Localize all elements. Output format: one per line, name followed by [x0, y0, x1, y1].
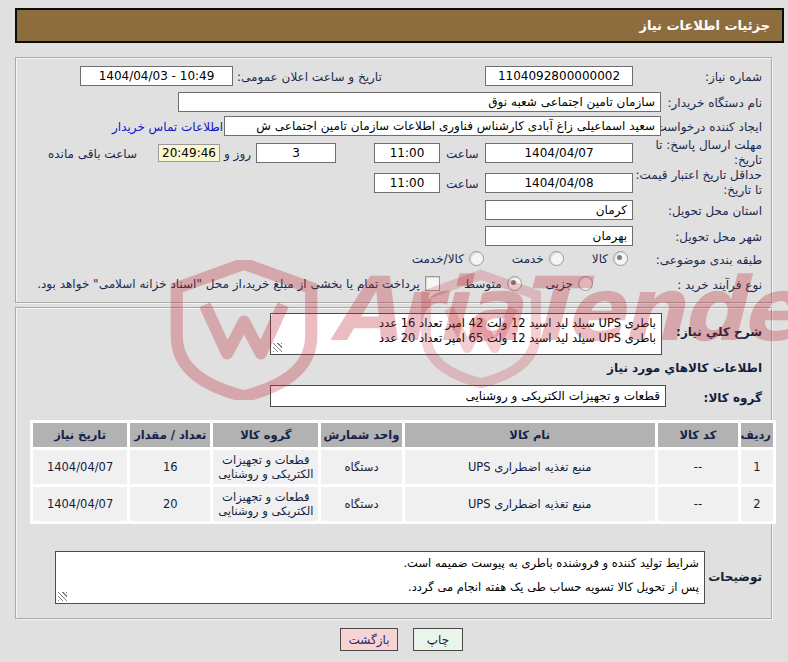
countdown-box: 20:49:46 — [158, 144, 220, 162]
classification-options: کالا خدمت کالا/خدمت — [412, 251, 628, 266]
cell-need-date: 1404/04/07 — [33, 450, 127, 484]
cell-item-code: -- — [658, 450, 738, 484]
cell-unit: دستگاه — [321, 450, 401, 484]
col-header-quantity: تعداد / مقدار — [130, 423, 210, 447]
buyer-org-label: نام دستگاه خریدار: — [668, 96, 763, 110]
reply-deadline-time-input[interactable]: 11:00 — [374, 143, 440, 163]
need-description-line: باطری UPS سیلد لید اسید 12 ولت 42 امپر ت… — [276, 316, 656, 331]
buyer-notes-textarea[interactable]: شرایط تولید کننده و فروشنده باطری به پیو… — [55, 551, 705, 604]
price-validity-time-input[interactable]: 11:00 — [374, 173, 440, 193]
buyer-contact-link[interactable]: اطلاعات تماس خریدار — [112, 120, 223, 134]
cell-quantity: 20 — [130, 487, 210, 521]
price-validity-label: حداقل تاریخ اعتبار قیمت: تا تاریخ: — [630, 168, 762, 198]
treasury-payment-checkbox[interactable] — [425, 276, 440, 291]
cell-row-no: 1 — [741, 450, 773, 484]
table-row: 1 -- منبع تغذیه اضطراری UPS دستگاه قطعات… — [33, 450, 773, 484]
process-option-motevasset: متوسط — [464, 276, 522, 291]
col-header-unit: واحد شمارش — [321, 423, 401, 447]
radio-kala[interactable] — [613, 251, 628, 266]
cell-quantity: 16 — [130, 450, 210, 484]
goods-table: ردیف کد کالا نام کالا واحد شمارش گروه کا… — [30, 420, 776, 524]
buyer-notes-line: شرایط تولید کننده و فروشنده باطری به پیو… — [61, 556, 699, 571]
radio-jozii[interactable] — [578, 276, 593, 291]
reply-deadline-date-input[interactable]: 1404/04/07 — [485, 143, 633, 163]
classification-option-khedmat: خدمت — [512, 251, 564, 266]
cell-group: قطعات و تجهیزات الکتریکی و روشنایی — [213, 487, 318, 521]
city-label: شهر محل تحویل: — [675, 230, 762, 244]
radio-kala-khedmat[interactable] — [469, 251, 484, 266]
announce-datetime-input[interactable]: 1404/04/03 - 10:49 — [80, 66, 233, 86]
back-button[interactable]: بازگشت — [340, 628, 398, 651]
price-validity-hour-label: ساعت — [446, 177, 479, 191]
radio-motevasset[interactable] — [507, 276, 522, 291]
price-validity-date-input[interactable]: 1404/04/08 — [485, 173, 633, 193]
classification-label: طبقه بندی موضوعی: — [656, 253, 762, 267]
need-description-line: باطری UPS سیلد لید اسید 12 ولت 65 امپر ت… — [276, 331, 656, 346]
cell-item-name: منبع تغذیه اضطراری UPS — [405, 487, 655, 521]
col-header-need-date: تاریخ نیاز — [33, 423, 127, 447]
goods-group-input[interactable]: قطعات و تجهیزات الکتریکی و روشنایی — [270, 385, 666, 407]
announce-datetime-label: تاریخ و ساعت اعلان عمومی: — [237, 70, 382, 84]
reply-deadline-hour-label: ساعت — [446, 147, 479, 161]
cell-row-no: 2 — [741, 487, 773, 521]
city-input[interactable]: بهرمان — [485, 226, 633, 246]
cell-unit: دستگاه — [321, 487, 401, 521]
need-description-textarea[interactable]: باطری UPS سیلد لید اسید 12 ولت 42 امپر ت… — [270, 313, 662, 355]
col-header-group: گروه کالا — [213, 423, 318, 447]
province-label: استان محل تحویل: — [668, 204, 762, 218]
creator-label: ایجاد کننده درخواست: — [651, 120, 762, 134]
resize-grip-icon[interactable] — [273, 343, 282, 352]
province-input[interactable]: کرمان — [485, 200, 633, 220]
cell-need-date: 1404/04/07 — [33, 487, 127, 521]
process-option-jozii: جزیی — [546, 276, 593, 291]
radio-khedmat[interactable] — [549, 251, 564, 266]
need-details-page: جزئیات اطلاعات نیاز شماره نیاز: 11040928… — [0, 0, 788, 662]
creator-input[interactable]: سعید اسماعیلی زاغ آبادی کارشناس فناوری ا… — [224, 116, 661, 136]
need-description-label: شرح کلي نیاز: — [676, 325, 762, 339]
cell-item-code: -- — [658, 487, 738, 521]
cell-item-name: منبع تغذیه اضطراری UPS — [405, 450, 655, 484]
table-row: 2 -- منبع تغذیه اضطراری UPS دستگاه قطعات… — [33, 487, 773, 521]
process-type-label: نوع فرآیند خرید : — [677, 278, 762, 292]
buyer-org-input[interactable]: سازمان تامین اجتماعی شعبه نوق — [178, 92, 661, 112]
resize-grip-icon[interactable] — [58, 592, 67, 601]
buyer-notes-line: پس از تحویل کالا تسویه حساب طی یک هفته ا… — [61, 580, 699, 595]
days-remaining-label: روز و — [224, 147, 251, 161]
days-remaining-box: 3 — [256, 143, 336, 163]
cell-group: قطعات و تجهیزات الکتریکی و روشنایی — [213, 450, 318, 484]
goods-section-header: اطلاعات کالاهاي مورد نیاز — [607, 361, 762, 375]
col-header-row-no: ردیف — [741, 423, 773, 447]
print-button[interactable]: چاپ — [413, 628, 463, 651]
page-title: جزئیات اطلاعات نیاز — [15, 8, 784, 43]
goods-table-header-row: ردیف کد کالا نام کالا واحد شمارش گروه کا… — [33, 423, 773, 447]
classification-option-kala-khedmat: کالا/خدمت — [412, 251, 484, 266]
need-number-label: شماره نیاز: — [705, 70, 762, 84]
reply-deadline-label: مهلت ارسال پاسخ: تا تاریخ: — [644, 138, 762, 168]
col-header-item-name: نام کالا — [405, 423, 655, 447]
classification-option-kala: کالا — [592, 251, 628, 266]
need-number-input[interactable]: 1104092800000002 — [485, 66, 633, 86]
process-type-options: جزیی متوسط پرداخت تمام یا بخشی از مبلغ خ… — [37, 276, 593, 291]
goods-group-label: گروه کالا: — [704, 391, 762, 405]
hours-remaining-label: ساعت باقی مانده — [48, 147, 137, 161]
col-header-item-code: کد کالا — [658, 423, 738, 447]
treasury-payment-option: پرداخت تمام یا بخشی از مبلغ خرید،از محل … — [37, 276, 440, 291]
